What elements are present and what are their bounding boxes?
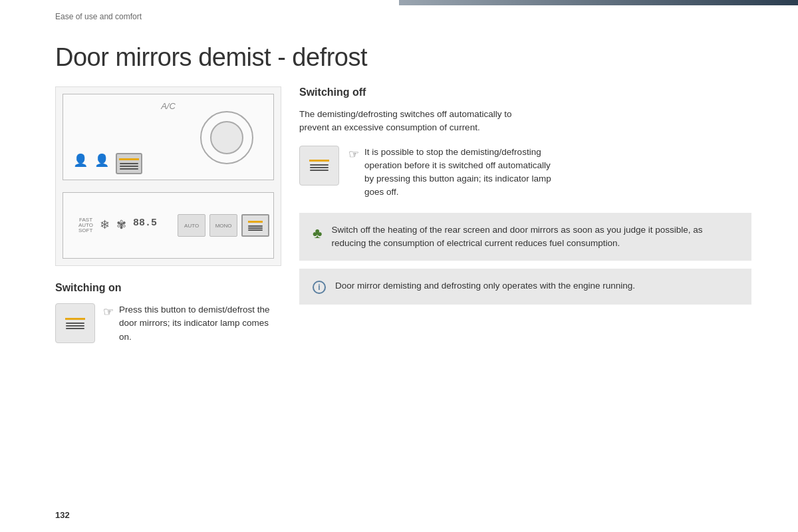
info-icon: i <box>313 281 326 294</box>
leaf-icon: ♣ <box>313 225 322 242</box>
panel-top-section: A/C 👤 👤 <box>63 94 274 180</box>
switching-off-note-text: It is possible to stop the demisting/def… <box>364 146 557 200</box>
auto-button-label: AUTO <box>184 223 199 229</box>
demist-icon-bottom <box>248 221 263 231</box>
page-number: 132 <box>55 510 70 520</box>
demist-line-s3 <box>66 328 84 329</box>
demist-line-b2 <box>248 227 263 229</box>
info-note-box: i Door mirror demisting and defrosting o… <box>299 269 751 305</box>
demist-line-s1 <box>66 323 84 324</box>
top-accent-bar <box>399 0 798 5</box>
switching-off-intro: The demisting/defrosting switches off au… <box>299 108 525 135</box>
mono-button: MONO <box>209 214 237 237</box>
demist-icon-top <box>119 158 139 170</box>
switching-off-arrow: ☞ <box>348 147 359 162</box>
page-title: Door mirrors demist - defrost <box>55 43 367 72</box>
orange-indicator-bottom <box>248 221 263 223</box>
car-panel-illustration: A/C 👤 👤 <box>55 86 281 266</box>
switching-on-note-row: ☞ Press this button to demist/defrost th… <box>55 303 281 344</box>
switching-on-arrow: ☞ <box>103 305 114 319</box>
demist-button-bottom <box>241 214 269 237</box>
left-column: A/C 👤 👤 <box>55 86 281 344</box>
ac-label: A/C <box>161 101 176 111</box>
demist-line-b3 <box>248 229 263 231</box>
switching-off-button-icon <box>299 146 339 186</box>
demist-line-o3 <box>310 170 329 171</box>
person-icon-1: 👤 <box>73 153 88 174</box>
panel-knob <box>200 111 253 164</box>
demist-lines-off <box>310 164 329 171</box>
person-icon-2: 👤 <box>94 153 109 174</box>
demist-line-o2 <box>310 167 329 168</box>
info-note-text: Door mirror demisting and defrosting onl… <box>335 279 635 293</box>
demist-line-2 <box>120 166 138 167</box>
digital-display: 88.5 <box>133 217 157 233</box>
panel-bottom-section: FAST AUTOSOFT ❄ ✾ 88.5 AUTO MONO <box>63 192 274 259</box>
orange-bar-switching-on <box>65 318 85 320</box>
demist-lines-bottom <box>248 225 263 231</box>
orange-indicator <box>119 158 139 160</box>
orange-bar-off <box>309 160 329 162</box>
breadcrumb: Ease of use and comfort <box>55 12 142 21</box>
demist-button-bottom-group <box>241 214 269 237</box>
auto-soft-label: AUTOSOFT <box>78 223 93 233</box>
right-column: Switching off The demisting/defrosting s… <box>299 86 751 305</box>
switching-on-text-group: ☞ Press this button to demist/defrost th… <box>103 303 281 344</box>
switching-on-title: Switching on <box>55 282 281 294</box>
panel-top-icons: FAST AUTOSOFT ❄ ✾ 88.5 <box>68 212 167 239</box>
fan-icon: ✾ <box>116 217 126 233</box>
panel-left-controls: FAST AUTOSOFT ❄ ✾ 88.5 <box>63 207 172 244</box>
panel-icons-row: 👤 👤 <box>73 153 142 174</box>
mono-button-label: MONO <box>215 223 232 229</box>
eco-tip-box: ♣ Switch off the heating of the rear scr… <box>299 213 751 261</box>
switching-off-title: Switching off <box>299 86 751 98</box>
switching-off-note-row: ☞ It is possible to stop the demisting/d… <box>299 146 751 200</box>
demist-lines-top <box>120 163 138 170</box>
switching-off-text-group: ☞ It is possible to stop the demisting/d… <box>348 146 557 200</box>
switching-on-section: Switching on ☞ Press this button to demi… <box>55 282 281 344</box>
auto-button: AUTO <box>178 214 205 237</box>
switching-off-section: Switching off The demisting/defrosting s… <box>299 86 751 200</box>
mono-button-group: MONO <box>209 214 237 237</box>
demist-line-b1 <box>248 225 263 227</box>
demist-line-1 <box>120 163 138 164</box>
snowflake-icon: ❄ <box>100 217 110 233</box>
switching-on-button-icon <box>55 303 95 343</box>
demist-line-3 <box>120 168 138 170</box>
panel-demist-button-top <box>116 153 142 174</box>
demist-lines-switching-on <box>66 323 84 329</box>
eco-tip-text: Switch off the heating of the rear scree… <box>331 223 738 251</box>
demist-line-o1 <box>310 164 329 166</box>
auto-button-group: AUTO <box>178 214 205 237</box>
panel-right-controls: AUTO MONO <box>172 209 275 242</box>
switching-on-note-text: Press this button to demist/defrost the … <box>119 303 281 344</box>
breadcrumb-text: Ease of use and comfort <box>55 12 142 21</box>
demist-line-s2 <box>66 325 84 327</box>
panel-knob-inner <box>210 121 243 154</box>
switching-on-demist-icon <box>65 318 85 329</box>
switching-off-demist-icon <box>309 160 329 171</box>
auto-btn-group: FAST AUTOSOFT <box>78 217 93 233</box>
